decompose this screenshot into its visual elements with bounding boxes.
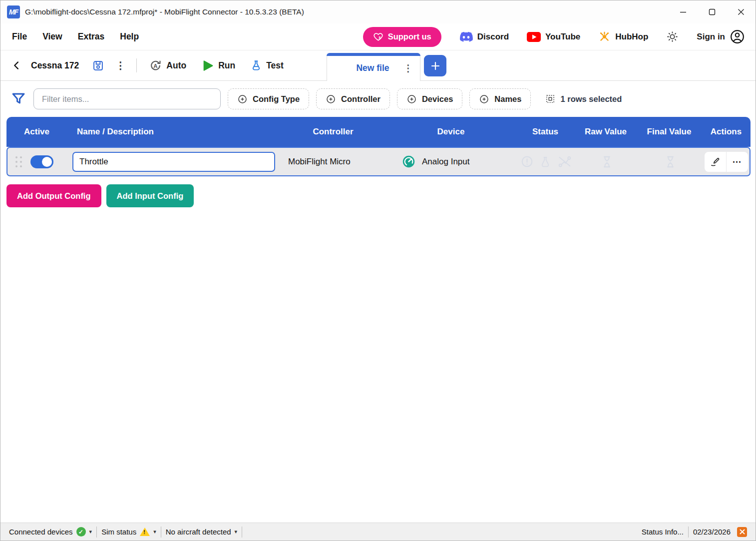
rows-selected-status: 1 rows selected xyxy=(545,94,622,104)
filter-chip-label: Devices xyxy=(422,94,453,104)
edit-pen-icon xyxy=(710,156,721,167)
row-device: Analog Input xyxy=(422,157,469,167)
support-us-label: Support us xyxy=(388,32,431,41)
hubhop-label: HubHop xyxy=(615,32,648,42)
filter-bar: Config Type Controller Devices Names 1 r… xyxy=(0,81,756,117)
filter-chip-label: Names xyxy=(494,94,521,104)
back-chevron-icon[interactable] xyxy=(11,60,21,70)
auto-button[interactable]: A Auto xyxy=(149,59,186,72)
discord-icon xyxy=(459,31,473,42)
chevron-down-icon: ▾ xyxy=(153,529,156,535)
tab-kebab-icon[interactable]: ⋮ xyxy=(403,62,413,74)
row-raw-value-cell xyxy=(576,155,638,169)
run-label: Run xyxy=(218,60,235,71)
theme-toggle-sun-icon[interactable] xyxy=(666,30,679,43)
statusbar-divider xyxy=(242,527,242,538)
drag-handle-icon[interactable] xyxy=(15,156,22,167)
toolbar-divider xyxy=(136,58,137,72)
circle-plus-icon xyxy=(406,94,417,104)
filter-items-input[interactable] xyxy=(33,88,221,109)
test-label: Test xyxy=(266,60,284,71)
filter-chip-controller[interactable]: Controller xyxy=(316,88,390,109)
filter-funnel-icon xyxy=(11,91,26,106)
plus-icon xyxy=(430,61,440,71)
table-header: Active Name / Description Controller Dev… xyxy=(6,117,751,147)
hubhop-link[interactable]: HubHop xyxy=(598,30,648,43)
connected-devices-label: Connected devices xyxy=(9,528,73,536)
connected-devices-status[interactable]: Connected devices ✓ ▾ xyxy=(4,527,96,537)
ellipsis-icon: ⋯ xyxy=(733,156,742,167)
aircraft-status[interactable]: No aircraft detected ▾ xyxy=(161,528,242,536)
row-more-actions-button[interactable]: ⋯ xyxy=(727,152,748,172)
active-toggle[interactable] xyxy=(30,155,53,168)
status-info-label: Status Info... xyxy=(642,528,684,536)
app-logo-icon: MF xyxy=(7,5,20,18)
row-controller: MobiFlight Micro xyxy=(281,157,387,167)
date-label: 02/23/2026 xyxy=(693,528,731,536)
project-toolbar: Cessna 172 ⋮ A Auto Run Test New file ⋮ xyxy=(0,50,756,81)
col-header-actions: Actions xyxy=(702,127,751,137)
col-header-raw-value: Raw Value xyxy=(575,127,637,137)
hubhop-update-date: 02/23/2026 xyxy=(689,527,752,537)
circle-plus-icon xyxy=(237,94,248,104)
filter-chip-devices[interactable]: Devices xyxy=(397,88,462,109)
filter-chip-config-type[interactable]: Config Type xyxy=(228,88,309,109)
sign-in-button[interactable]: Sign in xyxy=(697,29,745,44)
circle-plus-icon xyxy=(479,94,489,104)
filter-chip-label: Config Type xyxy=(253,94,300,104)
status-info[interactable]: Status Info... xyxy=(637,528,688,536)
maximize-icon xyxy=(709,8,716,15)
menu-view[interactable]: View xyxy=(42,31,62,42)
heart-dollar-icon: $ xyxy=(373,31,383,42)
status-test-flask-icon xyxy=(539,155,551,168)
title-bar: MF G:\mobiflight-docs\Cessna 172.mfproj*… xyxy=(0,0,756,23)
devices-ok-icon: ✓ xyxy=(76,527,86,537)
menu-help[interactable]: Help xyxy=(120,31,139,42)
row-final-value-cell xyxy=(638,155,703,169)
col-header-name: Name / Description xyxy=(70,127,280,137)
hubhop-icon xyxy=(598,30,611,43)
discord-link[interactable]: Discord xyxy=(459,31,509,42)
support-us-button[interactable]: $ Support us xyxy=(363,27,441,47)
close-button[interactable] xyxy=(727,0,756,23)
test-button[interactable]: Test xyxy=(251,59,284,71)
circle-plus-icon xyxy=(326,94,336,104)
menu-extras[interactable]: Extras xyxy=(78,31,105,42)
minimize-button[interactable] xyxy=(669,0,698,23)
row-status-cell xyxy=(517,155,576,168)
table-row[interactable]: MobiFlight Micro Analog Input xyxy=(6,147,751,176)
filter-chip-label: Controller xyxy=(341,94,380,104)
sign-in-label: Sign in xyxy=(697,32,725,42)
add-input-config-button[interactable]: Add Input Config xyxy=(106,184,194,207)
youtube-link[interactable]: YouTube xyxy=(527,32,580,42)
auto-icon: A xyxy=(149,59,162,72)
add-tab-button[interactable] xyxy=(424,55,446,76)
chevron-down-icon: ▾ xyxy=(235,529,238,535)
menu-file[interactable]: File xyxy=(12,31,27,42)
filter-chip-names[interactable]: Names xyxy=(469,88,531,109)
tab-new-file[interactable]: New file ⋮ xyxy=(327,53,420,81)
final-value-pending-icon xyxy=(664,155,677,169)
maximize-button[interactable] xyxy=(698,0,727,23)
raw-value-pending-icon xyxy=(600,155,614,169)
rows-selected-label: 1 rows selected xyxy=(560,94,622,104)
youtube-label: YouTube xyxy=(545,32,580,42)
save-icon[interactable] xyxy=(92,60,104,71)
analog-input-knob-icon xyxy=(402,155,415,168)
project-name[interactable]: Cessna 172 xyxy=(31,60,79,71)
col-header-controller: Controller xyxy=(280,127,386,137)
discord-label: Discord xyxy=(477,32,509,42)
row-name-input[interactable] xyxy=(72,152,275,172)
sim-status[interactable]: Sim status ! ▾ xyxy=(97,528,161,536)
add-output-config-button[interactable]: Add Output Config xyxy=(6,184,101,207)
project-kebab-icon[interactable]: ⋮ xyxy=(115,60,125,70)
aircraft-status-label: No aircraft detected xyxy=(166,528,231,536)
tab-new-file-label: New file xyxy=(342,63,403,73)
youtube-icon xyxy=(527,32,541,42)
test-flask-icon xyxy=(251,59,262,71)
col-header-final-value: Final Value xyxy=(637,127,702,137)
account-avatar-icon xyxy=(730,29,745,44)
row-edit-button[interactable] xyxy=(705,152,726,172)
run-button[interactable]: Run xyxy=(202,59,235,72)
selection-marquee-icon xyxy=(545,94,555,104)
